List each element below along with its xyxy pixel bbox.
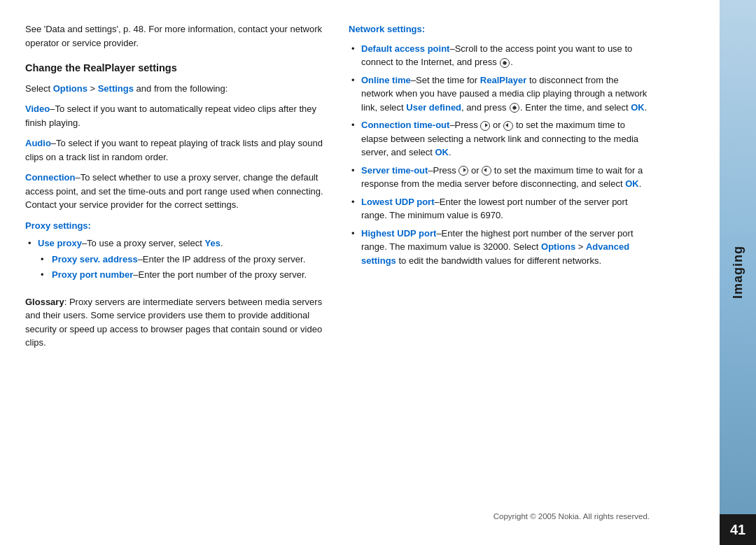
list-item: Connection time-out–Press or to set the … — [349, 118, 650, 160]
yes-link: Yes — [204, 238, 220, 248]
glossary-text: Glossary: Proxy servers are intermediate… — [25, 295, 326, 350]
list-item: Default access point–Scroll to the acces… — [349, 42, 650, 69]
network-heading: Network settings: — [349, 22, 650, 36]
list-item: Lowest UDP port–Enter the lowest port nu… — [349, 195, 650, 222]
realplayer-ref: RealPlayer — [480, 75, 527, 85]
settings-link: Settings — [98, 83, 134, 94]
proxy-list: Use proxy–To use a proxy server, select … — [25, 236, 326, 284]
select-text: Select Options > Settings and from the f… — [25, 82, 326, 96]
ok-link: OK — [631, 102, 645, 113]
list-item: Use proxy–To use a proxy server, select … — [25, 236, 326, 282]
proxy-addr-label: Proxy serv. address — [52, 254, 138, 264]
list-item: Proxy serv. address–Enter the IP address… — [38, 253, 326, 267]
audio-text: Audio–To select if you want to repeat pl… — [25, 136, 326, 164]
proxy-sub-list: Proxy serv. address–Enter the IP address… — [38, 253, 326, 282]
glossary-bold: Glossary — [25, 297, 64, 307]
connection-timeout-label: Connection time-out — [361, 120, 449, 130]
server-timeout-label: Server time-out — [361, 165, 428, 176]
sidebar-label: Imaging — [731, 246, 746, 299]
main-content: See 'Data and settings', p. 48. For more… — [0, 0, 720, 545]
list-item: Highest UDP port–Enter the highest port … — [349, 227, 650, 268]
advanced-settings-link: Advanced settings — [361, 241, 629, 266]
right-column: Network settings: Default access point–S… — [349, 22, 650, 528]
proxy-port-label: Proxy port number — [52, 269, 133, 280]
video-label: Video — [25, 104, 50, 114]
network-list: Default access point–Scroll to the acces… — [349, 42, 650, 272]
page-number-box: 41 — [720, 514, 756, 545]
ok-link2: OK — [435, 147, 449, 157]
intro-text: See 'Data and settings', p. 48. For more… — [25, 22, 326, 50]
sidebar-tab: Imaging 41 — [720, 0, 756, 545]
options-link: Options — [53, 83, 88, 94]
ok-link3: OK — [625, 178, 639, 189]
highest-udp-label: Highest UDP port — [361, 228, 436, 239]
lowest-udp-label: Lowest UDP port — [361, 197, 435, 207]
use-proxy-label: Use proxy — [38, 238, 82, 248]
video-text: Video–To select if you want to automatic… — [25, 102, 326, 129]
default-access-point-label: Default access point — [361, 43, 449, 54]
online-time-label: Online time — [361, 75, 411, 85]
list-item: Proxy port number–Enter the port number … — [38, 268, 326, 282]
audio-label: Audio — [25, 138, 51, 148]
section-heading: Change the RealPlayer settings — [25, 61, 326, 76]
page-number: 41 — [730, 522, 746, 538]
copyright-text: Copyright © 2005 Nokia. All rights reser… — [349, 505, 650, 523]
left-column: See 'Data and settings', p. 48. For more… — [25, 22, 326, 528]
options-link2: Options — [541, 241, 575, 252]
proxy-heading: Proxy settings: — [25, 219, 326, 233]
list-item: Online time–Set the time for RealPlayer … — [349, 73, 650, 115]
connection-text: Connection–To select whether to use a pr… — [25, 171, 326, 212]
list-item: Server time-out–Press or to set the maxi… — [349, 164, 650, 191]
connection-label: Connection — [25, 172, 76, 183]
user-defined-link: User defined — [406, 102, 461, 113]
